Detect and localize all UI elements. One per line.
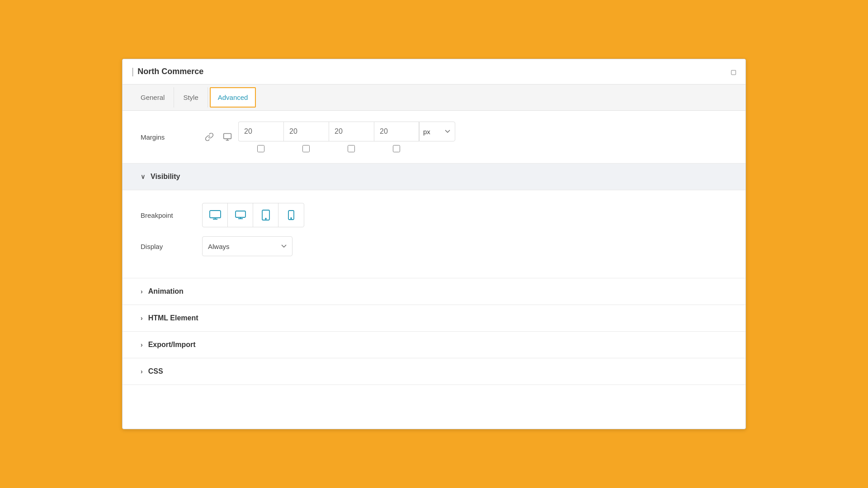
margin-left-checkbox[interactable] xyxy=(393,145,400,152)
svg-point-10 xyxy=(265,218,266,219)
animation-row[interactable]: › Animation xyxy=(123,278,745,305)
margin-bottom-checkbox[interactable] xyxy=(348,145,355,152)
breakpoint-tablet-icon[interactable] xyxy=(253,203,278,227)
margins-label: Margins xyxy=(141,133,195,141)
tabs-bar: General Style Advanced xyxy=(123,84,745,111)
html-element-chevron: › xyxy=(141,314,143,322)
breakpoint-desktop-large-icon[interactable] xyxy=(203,203,228,227)
breakpoint-mobile-icon[interactable] xyxy=(278,203,304,227)
breakpoint-row: Breakpoint xyxy=(141,203,727,227)
margins-controls: px % em rem xyxy=(202,122,727,152)
margin-bottom-checkbox-cell xyxy=(329,145,374,152)
svg-rect-0 xyxy=(224,134,231,139)
margin-top-checkbox[interactable] xyxy=(257,145,264,152)
visibility-section: Breakpoint xyxy=(123,190,745,278)
panel-header: | North Commerce ▢ xyxy=(123,59,745,84)
margin-unit-select[interactable]: px % em rem xyxy=(419,122,455,141)
breakpoint-desktop-icon[interactable] xyxy=(228,203,253,227)
link-icon[interactable] xyxy=(202,130,217,144)
display-label: Display xyxy=(141,243,195,250)
animation-title: Animation xyxy=(148,287,184,296)
monitor-icon[interactable] xyxy=(220,130,235,144)
svg-rect-3 xyxy=(210,211,221,218)
margin-right-input[interactable] xyxy=(283,122,329,141)
tab-general[interactable]: General xyxy=(132,87,174,108)
animation-chevron: › xyxy=(141,288,143,295)
window-minimize-icon[interactable]: ▢ xyxy=(731,68,736,75)
margin-right-checkbox[interactable] xyxy=(302,145,310,152)
margin-left-checkbox-cell xyxy=(374,145,419,152)
visibility-header[interactable]: ∨ Visibility xyxy=(123,164,745,190)
margin-left-input[interactable] xyxy=(374,122,419,141)
margin-checkboxes xyxy=(238,145,419,152)
margin-top-checkbox-cell xyxy=(238,145,283,152)
breakpoint-icons xyxy=(202,203,304,227)
export-import-title: Export/Import xyxy=(148,341,196,349)
tab-advanced[interactable]: Advanced xyxy=(210,87,256,108)
panel-body: Margins xyxy=(123,111,745,385)
margins-section: Margins xyxy=(123,111,745,164)
html-element-row[interactable]: › HTML Element xyxy=(123,305,745,332)
export-import-chevron: › xyxy=(141,341,143,348)
display-select[interactable]: Always Never Desktop only Mobile only xyxy=(202,236,292,256)
panel-title: North Commerce xyxy=(137,67,731,76)
css-row[interactable]: › CSS xyxy=(123,358,745,385)
margin-inputs-line: px % em rem xyxy=(238,122,455,141)
svg-point-12 xyxy=(291,218,292,219)
breakpoint-label: Breakpoint xyxy=(141,211,195,219)
display-row: Display Always Never Desktop only Mobile… xyxy=(141,236,727,256)
css-title: CSS xyxy=(148,367,163,375)
svg-rect-6 xyxy=(236,211,245,217)
margins-row: Margins xyxy=(141,122,727,152)
margin-right-checkbox-cell xyxy=(283,145,329,152)
panel-drag-handle: | xyxy=(132,66,134,77)
visibility-chevron: ∨ xyxy=(141,173,145,180)
css-chevron: › xyxy=(141,368,143,375)
tab-style[interactable]: Style xyxy=(174,87,208,108)
export-import-row[interactable]: › Export/Import xyxy=(123,332,745,358)
margin-top-input[interactable] xyxy=(238,122,283,141)
margin-bottom-input[interactable] xyxy=(329,122,374,141)
html-element-title: HTML Element xyxy=(148,314,198,322)
main-panel: | North Commerce ▢ General Style Advance… xyxy=(122,59,746,429)
margin-inputs-wrapper: px % em rem xyxy=(238,122,455,152)
visibility-title: Visibility xyxy=(151,173,180,181)
